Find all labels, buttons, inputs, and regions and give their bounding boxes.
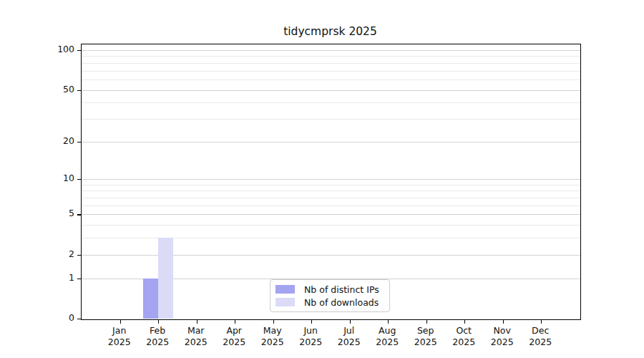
grid-line-major [82, 214, 580, 215]
grid-line-minor [82, 238, 580, 238]
bar-distinct-ips [143, 279, 158, 319]
y-axis-tick-label: 0 [0, 312, 74, 324]
x-axis-tick-label: Dec 2025 [517, 325, 563, 347]
grid-line-minor [82, 205, 580, 206]
y-tick-mark [77, 279, 81, 279]
grid-line-minor [82, 102, 580, 103]
legend-item-downloads: Nb of downloads [275, 296, 384, 308]
legend-label-downloads: Nb of downloads [304, 297, 379, 308]
y-tick-mark [77, 142, 81, 142]
y-axis-tick-label: 10 [0, 173, 74, 184]
y-tick-mark [77, 90, 81, 91]
y-axis-tick-label: 50 [0, 84, 74, 95]
grid-line-minor [82, 198, 580, 198]
x-tick-mark [464, 320, 465, 324]
y-axis-tick-label: 1 [0, 272, 74, 284]
y-tick-mark [77, 255, 81, 256]
y-axis-tick-label: 5 [0, 208, 74, 219]
grid-line-minor [82, 119, 580, 120]
grid-line-major [82, 90, 580, 91]
grid-line-minor [82, 63, 580, 64]
y-tick-mark [77, 50, 81, 51]
legend-item-distinct-ips: Nb of distinct IPs [275, 284, 384, 295]
grid-line-minor [82, 185, 580, 185]
grid-line-major [82, 255, 580, 256]
legend-swatch-downloads [275, 298, 295, 306]
y-axis-tick-label: 2 [0, 248, 74, 260]
x-tick-mark [426, 320, 427, 324]
x-tick-mark [541, 320, 542, 324]
x-tick-mark [158, 320, 159, 324]
y-tick-mark [77, 214, 81, 215]
grid-line-minor [82, 190, 580, 191]
x-tick-mark [388, 320, 389, 324]
grid-line-minor [82, 56, 580, 57]
y-axis-tick-label: 100 [0, 44, 74, 55]
x-tick-mark [197, 320, 197, 324]
grid-line-major [82, 179, 580, 180]
grid-line-major [82, 50, 580, 51]
legend-label-distinct-ips: Nb of distinct IPs [304, 284, 379, 295]
grid-line-minor [82, 71, 580, 72]
chart-title: tidycmprsk 2025 [81, 25, 580, 38]
grid-line-minor [82, 225, 580, 226]
y-axis-tick-label: 20 [0, 135, 74, 147]
figure: tidycmprsk 2025 0125102050100Jan 2025Feb… [0, 0, 644, 358]
grid-line-major [82, 142, 580, 142]
x-tick-mark [273, 320, 274, 324]
grid-line-minor [82, 79, 580, 80]
x-tick-mark [120, 320, 121, 324]
y-tick-mark [77, 179, 81, 180]
x-tick-mark [503, 320, 504, 324]
x-tick-mark [235, 320, 235, 324]
legend-swatch-distinct-ips [275, 285, 295, 294]
x-tick-mark [311, 320, 312, 324]
y-tick-mark [77, 319, 81, 319]
x-tick-mark [350, 320, 351, 324]
bar-downloads [158, 238, 173, 319]
legend: Nb of distinct IPs Nb of downloads [270, 279, 390, 312]
